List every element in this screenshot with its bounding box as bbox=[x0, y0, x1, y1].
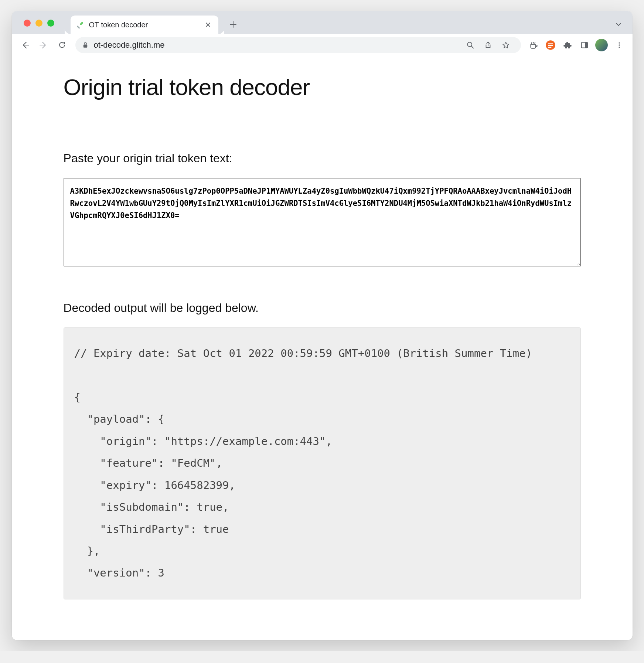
page-title: Origin trial token decoder bbox=[64, 74, 581, 100]
svg-rect-9 bbox=[585, 42, 587, 48]
tab-favicon-icon bbox=[76, 21, 85, 29]
extension-coffee-icon[interactable] bbox=[526, 38, 541, 52]
back-button[interactable] bbox=[17, 37, 33, 53]
svg-rect-2 bbox=[83, 44, 87, 47]
paste-heading: Paste your origin trial token text: bbox=[64, 152, 581, 165]
svg-point-12 bbox=[619, 47, 620, 48]
browser-window: OT token decoder bbox=[12, 11, 633, 640]
forward-button[interactable] bbox=[35, 37, 52, 53]
menu-button[interactable] bbox=[611, 37, 627, 53]
lock-icon bbox=[82, 42, 89, 48]
decoded-output: // Expiry date: Sat Oct 01 2022 00:59:59… bbox=[64, 327, 581, 599]
reload-button[interactable] bbox=[54, 37, 70, 53]
window-close-button[interactable] bbox=[24, 20, 31, 27]
svg-rect-5 bbox=[548, 43, 553, 44]
svg-point-1 bbox=[79, 21, 84, 26]
browser-chrome: OT token decoder bbox=[12, 11, 633, 56]
url-text: ot-decode.glitch.me bbox=[94, 40, 461, 50]
svg-rect-0 bbox=[77, 26, 80, 28]
profile-avatar[interactable] bbox=[594, 38, 609, 52]
browser-toolbar: ot-decode.glitch.me bbox=[12, 34, 633, 56]
extensions-icon[interactable] bbox=[560, 38, 575, 52]
bookmark-icon[interactable] bbox=[502, 41, 514, 49]
svg-rect-6 bbox=[548, 45, 553, 46]
tab-overflow-button[interactable] bbox=[611, 18, 626, 30]
browser-tab[interactable]: OT token decoder bbox=[71, 16, 218, 34]
share-icon[interactable] bbox=[484, 41, 497, 49]
svg-point-10 bbox=[619, 42, 620, 43]
svg-rect-7 bbox=[548, 47, 551, 48]
side-panel-icon[interactable] bbox=[577, 38, 592, 52]
search-icon[interactable] bbox=[466, 41, 479, 49]
address-bar[interactable]: ot-decode.glitch.me bbox=[75, 37, 521, 53]
svg-point-11 bbox=[619, 44, 620, 45]
window-controls bbox=[18, 20, 59, 34]
window-minimize-button[interactable] bbox=[35, 20, 42, 27]
tab-close-button[interactable] bbox=[204, 20, 212, 29]
window-fullscreen-button[interactable] bbox=[47, 20, 54, 27]
page-content: Origin trial token decoder Paste your or… bbox=[12, 56, 633, 640]
token-input[interactable] bbox=[64, 178, 581, 266]
extension-orange-icon[interactable] bbox=[543, 38, 558, 52]
divider bbox=[64, 107, 581, 107]
tab-title: OT token decoder bbox=[89, 21, 199, 29]
new-tab-button[interactable] bbox=[226, 17, 241, 32]
tab-strip: OT token decoder bbox=[12, 11, 633, 34]
output-heading: Decoded output will be logged below. bbox=[64, 301, 581, 315]
